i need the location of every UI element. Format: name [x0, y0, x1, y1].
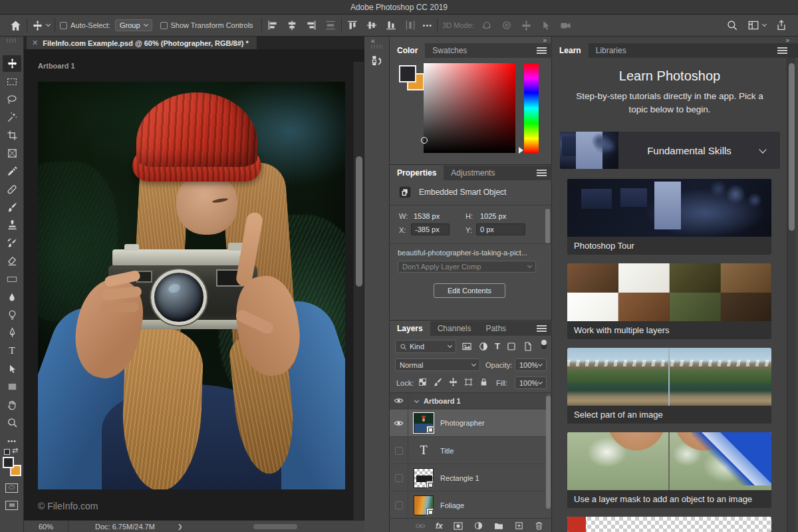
add-mask-icon[interactable]: [453, 521, 464, 531]
quick-selection-tool[interactable]: [3, 109, 21, 126]
tutorial-card-photoshop-tour[interactable]: Photoshop Tour: [567, 179, 771, 255]
zoom-tool[interactable]: [3, 414, 21, 431]
lock-pixels-icon[interactable]: [433, 377, 443, 387]
scrollbar-thumb[interactable]: [789, 63, 795, 231]
layer-row-artboard[interactable]: Artboard 1: [390, 393, 547, 409]
checkbox-icon[interactable]: [160, 22, 168, 29]
layer-row-photographer[interactable]: Photographer: [390, 410, 547, 437]
close-tab-icon[interactable]: ✕: [32, 39, 38, 47]
visibility-checkbox[interactable]: [395, 501, 403, 509]
width-value[interactable]: 1538 px: [414, 212, 440, 220]
eyedropper-tool[interactable]: [3, 163, 21, 180]
tutorial-card-partial[interactable]: [567, 517, 771, 532]
more-options-button[interactable]: •••: [423, 21, 433, 29]
layer-row-foliage[interactable]: Foliage: [390, 492, 547, 517]
history-brush-tool[interactable]: [3, 235, 21, 251]
filter-shape-icon[interactable]: [506, 341, 517, 352]
edit-contents-button[interactable]: Edit Contents: [434, 283, 505, 298]
screen-mode-button[interactable]: [5, 501, 18, 510]
blend-mode-dropdown[interactable]: Normal: [395, 358, 480, 371]
lock-artboard-icon[interactable]: [464, 377, 473, 387]
3d-slide-icon[interactable]: [540, 20, 551, 31]
layer-thumbnail[interactable]: [414, 495, 434, 515]
visibility-eye-icon[interactable]: [394, 396, 404, 406]
layer-row-rectangle[interactable]: Rectangle 1: [390, 465, 547, 491]
tab-learn[interactable]: Learn: [552, 43, 589, 58]
tutorial-card-layer-mask[interactable]: Use a layer mask to add an object to an …: [567, 432, 771, 508]
filter-type-icon[interactable]: T: [495, 341, 500, 352]
quick-mask-button[interactable]: [5, 483, 18, 493]
healing-brush-tool[interactable]: [3, 181, 21, 198]
auto-select-target-dropdown[interactable]: Group: [115, 19, 152, 31]
expand-chevron-icon[interactable]: [414, 398, 419, 403]
tutorial-card-select-image[interactable]: Select part of an image: [567, 348, 771, 424]
panel-menu-icon[interactable]: [537, 170, 547, 176]
lock-transparency-icon[interactable]: [418, 377, 428, 387]
panel-drag-handle[interactable]: [371, 45, 382, 49]
panel-menu-icon[interactable]: [777, 47, 787, 54]
crop-tool[interactable]: [3, 127, 21, 144]
panel-menu-icon[interactable]: [537, 325, 547, 332]
y-position-input[interactable]: 0 px: [476, 223, 525, 235]
canvas-vertical-scrollbar[interactable]: [353, 62, 364, 520]
filter-image-icon[interactable]: [462, 341, 472, 352]
artboard-photo[interactable]: [38, 82, 345, 489]
fill-dropdown[interactable]: 100%: [515, 376, 547, 389]
artboard-label[interactable]: Artboard 1: [38, 62, 75, 70]
foreground-color-swatch[interactable]: [3, 457, 14, 468]
add-adjustment-icon[interactable]: [473, 521, 483, 531]
visibility-checkbox[interactable]: [395, 474, 403, 482]
eraser-tool[interactable]: [3, 253, 21, 269]
clone-stamp-tool[interactable]: [3, 217, 21, 233]
visibility-checkbox[interactable]: [395, 447, 403, 455]
auto-select-checkbox[interactable]: Auto-Select:: [60, 21, 110, 29]
lock-position-icon[interactable]: [448, 377, 458, 387]
scrollbar-thumb[interactable]: [546, 396, 551, 509]
lasso-tool[interactable]: [3, 91, 21, 108]
collapse-dock-icon[interactable]: «: [371, 37, 376, 45]
hand-tool[interactable]: [3, 396, 21, 413]
3d-pan-icon[interactable]: [521, 20, 532, 31]
tutorial-card-multiple-layers[interactable]: Work with multiple layers: [567, 263, 771, 339]
share-icon[interactable]: [775, 19, 787, 31]
tab-properties[interactable]: Properties: [390, 166, 444, 180]
opacity-dropdown[interactable]: 100%: [515, 358, 547, 371]
canvas-horizontal-scrollbar[interactable]: [253, 524, 297, 529]
checkbox-icon[interactable]: [60, 22, 67, 29]
distribute-h-button[interactable]: [325, 19, 336, 31]
learn-scrollbar[interactable]: [787, 58, 795, 532]
tab-adjustments[interactable]: Adjustments: [444, 166, 502, 180]
pen-tool[interactable]: [3, 325, 21, 341]
distribute-v-button[interactable]: [404, 19, 416, 31]
layer-comp-dropdown[interactable]: Don't Apply Layer Comp: [398, 261, 536, 273]
color-field[interactable]: [424, 63, 515, 153]
lock-all-icon[interactable]: [479, 377, 489, 387]
rectangle-tool[interactable]: [3, 378, 21, 395]
align-left-button[interactable]: [267, 19, 279, 31]
default-colors-icon[interactable]: [4, 449, 10, 455]
tab-swatches[interactable]: Swatches: [425, 43, 474, 58]
tab-libraries[interactable]: Libraries: [589, 43, 634, 58]
foreground-color-swatch[interactable]: [399, 65, 416, 82]
dodge-tool[interactable]: [3, 307, 21, 323]
filter-adjustment-icon[interactable]: [478, 341, 489, 352]
align-right-button[interactable]: [305, 19, 317, 31]
accordion-fundamental-skills[interactable]: Fundamental Skills: [560, 132, 780, 169]
panel-menu-icon[interactable]: [537, 47, 547, 54]
hue-slider[interactable]: [524, 63, 539, 153]
layer-style-icon[interactable]: fx: [436, 521, 443, 531]
brush-tool[interactable]: [3, 199, 21, 215]
search-icon[interactable]: [726, 19, 738, 31]
visibility-eye-icon[interactable]: [394, 418, 404, 428]
tab-channels[interactable]: Channels: [430, 321, 479, 336]
tab-color[interactable]: Color: [390, 43, 425, 58]
tool-preset-move[interactable]: [32, 20, 50, 31]
zoom-level-field[interactable]: 60%: [24, 523, 68, 531]
align-top-button[interactable]: [346, 19, 358, 31]
frame-tool[interactable]: [3, 145, 21, 162]
path-selection-tool[interactable]: [3, 360, 21, 377]
document-tab[interactable]: ✕ FileInfo.com Example.psd @ 60% (Photog…: [27, 37, 257, 49]
marquee-tool[interactable]: [3, 73, 21, 90]
swap-colors-icon[interactable]: ⇄: [12, 446, 20, 454]
move-tool[interactable]: [3, 55, 21, 72]
